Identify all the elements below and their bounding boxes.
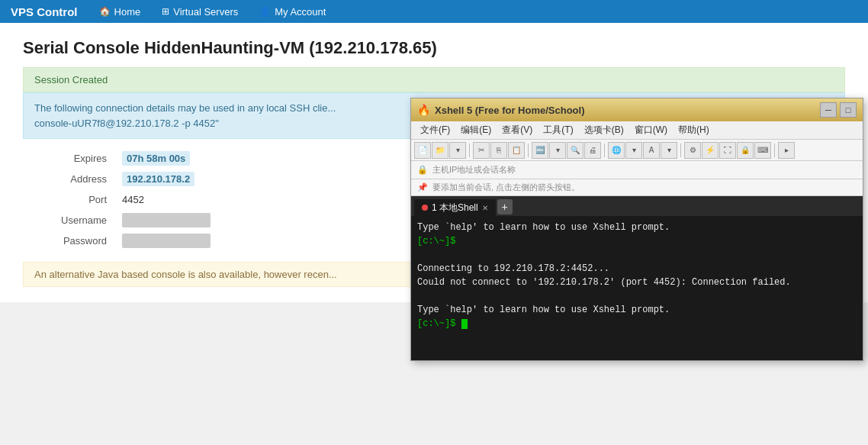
expires-value: 07h 58m 00s — [114, 148, 420, 169]
table-row: Port 4452 — [23, 189, 420, 210]
xshell-window-controls: ─ □ — [820, 102, 857, 118]
toolbar-group-5: ⚙ ⚡ ⛶ 🔒 ⌨ — [684, 142, 771, 159]
username-blurred — [122, 213, 211, 227]
table-row: Expires 07h 58m 00s — [23, 148, 420, 169]
tb-new[interactable]: 📄 — [414, 142, 431, 159]
table-row: Password — [23, 231, 420, 251]
tb-copy[interactable]: ⎘ — [490, 142, 507, 159]
toolbar-group-3: 🔤 ▾ 🔍 🖨 — [532, 142, 601, 159]
tb-fullscreen[interactable]: ⛶ — [719, 142, 736, 159]
password-blurred — [122, 234, 211, 248]
nav-virtual-servers[interactable]: ⊞ Virtual Servers — [151, 0, 249, 23]
term-line-7: Type `help' to learn how to use Xshell p… — [417, 303, 857, 317]
tb-dropdown[interactable]: ▾ — [449, 142, 466, 159]
nav-vs-label: Virtual Servers — [173, 6, 238, 18]
lock-icon: 🔒 — [417, 165, 428, 175]
tb-paste[interactable]: 📋 — [508, 142, 525, 159]
tb-open[interactable]: 📁 — [432, 142, 448, 159]
xshell-tab-localshell[interactable]: 1 本地Shell ✕ — [414, 199, 496, 216]
hint-text: 要添加当前会话, 点击左侧的箭头按钮。 — [432, 182, 580, 193]
tb-term1[interactable]: ⚙ — [684, 142, 701, 159]
tb-sep-2 — [528, 143, 529, 157]
tb-keyboard[interactable]: ⌨ — [754, 142, 771, 159]
menu-help[interactable]: 帮助(H) — [674, 122, 714, 138]
term-line-4: Connecting to 192.210.178.2:4452... — [417, 262, 857, 276]
tb-dropdown4[interactable]: ▾ — [661, 142, 677, 159]
page-title: Serial Console HiddenHaunting-VM (192.21… — [23, 38, 845, 58]
menu-window[interactable]: 窗口(W) — [630, 122, 672, 138]
xshell-title: Xshell 5 (Free for Home/School) — [435, 105, 585, 116]
brand[interactable]: VPS Control — [8, 5, 88, 18]
address-placeholder[interactable]: 主机IP地址或会话名称 — [432, 164, 857, 176]
tb-font2[interactable]: A — [643, 142, 660, 159]
term-prompt-1: [c:\~]$ — [417, 236, 455, 247]
tb-sep-3 — [604, 143, 605, 157]
term-line-3 — [417, 248, 857, 262]
expires-label: Expires — [23, 148, 114, 169]
menu-file[interactable]: 文件(F) — [416, 122, 455, 138]
username-label: Username — [23, 210, 114, 231]
menu-tabs[interactable]: 选项卡(B) — [580, 122, 628, 138]
xshell-titlebar: 🔥 Xshell 5 (Free for Home/School) ─ □ — [411, 98, 863, 121]
toolbar-group-4: 🌐 ▾ A ▾ — [608, 142, 677, 159]
expires-highlight: 07h 58m 00s — [122, 151, 190, 166]
home-icon: 🏠 — [99, 6, 111, 17]
toolbar-group-1: 📄 📁 ▾ — [414, 142, 466, 159]
alt-note: An alternative Java based console is als… — [23, 262, 420, 287]
password-value — [114, 231, 420, 251]
tb-search[interactable]: 🔍 — [567, 142, 583, 159]
tb-cut[interactable]: ✂ — [473, 142, 490, 159]
username-value — [114, 210, 420, 231]
port-value: 4452 — [114, 189, 420, 210]
nav-home-label: Home — [114, 6, 141, 18]
term-line-2: [c:\~]$ — [417, 234, 857, 248]
menu-edit[interactable]: 编辑(E) — [456, 122, 496, 138]
xshell-menubar: 文件(F) 编辑(E) 查看(V) 工具(T) 选项卡(B) 窗口(W) 帮助(… — [411, 121, 863, 140]
term-line-5: Could not connect to '192.210.178.2' (po… — [417, 276, 857, 289]
tab-add-button[interactable]: + — [497, 199, 513, 214]
nav-account-label: My Account — [275, 6, 326, 18]
tb-term2[interactable]: ⚡ — [702, 142, 719, 159]
tb-sep-5 — [774, 143, 775, 157]
tb-print[interactable]: 🖨 — [584, 142, 601, 159]
term-cursor — [461, 319, 468, 329]
address-value: 192.210.178.2 — [114, 169, 420, 189]
term-prompt-2: [c:\~]$ — [417, 318, 455, 329]
tb-dropdown3[interactable]: ▾ — [625, 142, 642, 159]
maximize-button[interactable]: □ — [840, 102, 857, 118]
tab-close-button[interactable]: ✕ — [482, 204, 488, 212]
term-line-8: [c:\~]$ — [417, 317, 857, 331]
session-banner: Session Created — [23, 67, 845, 92]
minimize-button[interactable]: ─ — [820, 102, 837, 118]
details-table: Expires 07h 58m 00s Address 192.210.178.… — [23, 148, 420, 251]
xshell-icon: 🔥 — [417, 104, 430, 116]
tb-font[interactable]: 🔤 — [532, 142, 548, 159]
tb-more[interactable]: ▸ — [778, 142, 795, 159]
nav-home[interactable]: 🏠 Home — [88, 0, 152, 23]
tb-sep-1 — [469, 143, 470, 157]
pin-icon: 📌 — [417, 182, 428, 192]
term-line-6 — [417, 289, 857, 303]
navbar: VPS Control 🏠 Home ⊞ Virtual Servers 👤 M… — [0, 0, 868, 23]
xshell-titlebar-left: 🔥 Xshell 5 (Free for Home/School) — [417, 104, 585, 116]
xshell-window: 🔥 Xshell 5 (Free for Home/School) ─ □ 文件… — [410, 98, 863, 361]
menu-tools[interactable]: 工具(T) — [538, 122, 577, 138]
tb-dropdown2[interactable]: ▾ — [549, 142, 566, 159]
port-label: Port — [23, 189, 114, 210]
xshell-hint-bar: 📌 要添加当前会话, 点击左侧的箭头按钮。 — [411, 179, 863, 196]
xshell-terminal[interactable]: Type `help' to learn how to use Xshell p… — [411, 216, 863, 360]
term-line-1: Type `help' to learn how to use Xshell p… — [417, 221, 857, 234]
tab-label: 1 本地Shell — [432, 202, 478, 214]
info-text-line1: The following connection details may be … — [34, 102, 336, 114]
grid-icon: ⊞ — [162, 6, 169, 17]
xshell-address-bar: 🔒 主机IP地址或会话名称 — [411, 161, 863, 179]
address-label: Address — [23, 169, 114, 189]
password-label: Password — [23, 231, 114, 251]
nav-my-account[interactable]: 👤 My Account — [249, 0, 336, 23]
tb-lock[interactable]: 🔒 — [737, 142, 754, 159]
menu-view[interactable]: 查看(V) — [497, 122, 537, 138]
table-row: Address 192.210.178.2 — [23, 169, 420, 189]
xshell-toolbar: 📄 📁 ▾ ✂ ⎘ 📋 🔤 ▾ 🔍 🖨 🌐 ▾ A ▾ ⚙ ⚡ ⛶ — [411, 140, 863, 161]
tb-globe[interactable]: 🌐 — [608, 142, 625, 159]
tab-dot — [422, 205, 428, 211]
